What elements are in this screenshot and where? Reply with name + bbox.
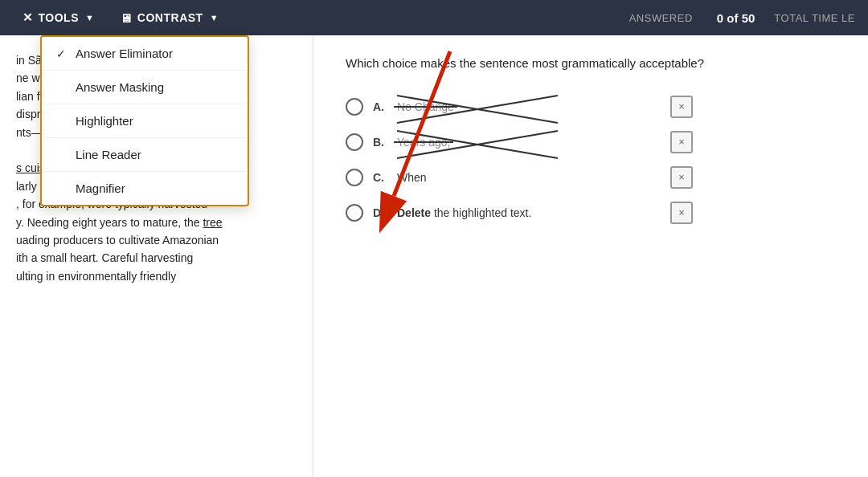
dropdown-item-label: Answer Masking [76, 80, 164, 94]
choice-text-d-rest: the highlighted text. [431, 206, 531, 219]
dropdown-item-answer-eliminator[interactable]: ✓ Answer Eliminator [42, 37, 248, 71]
question-text: Which choice makes the sentence most gra… [346, 55, 836, 73]
choice-text-b: Years ago, [397, 136, 450, 149]
radio-d[interactable] [346, 204, 363, 222]
choice-label-b: B. [373, 136, 387, 149]
choice-label-d: D. [373, 206, 387, 219]
nav-right: ANSWERED 0 of 50 TOTAL TIME LE [629, 11, 855, 25]
check-icon: ✓ [56, 47, 69, 60]
passage-line: ulting in environmentally friendly [16, 267, 297, 285]
tools-label: TOOLS [39, 11, 79, 24]
eliminate-button-d[interactable]: × [670, 202, 693, 224]
answer-choice-c: C. When × [346, 166, 836, 189]
dropdown-item-highlighter[interactable]: Highlighter [42, 104, 248, 138]
answered-value: 0 of 50 [717, 11, 755, 25]
choice-label-a: A. [373, 100, 387, 113]
dropdown-item-label: Answer Eliminator [76, 47, 173, 60]
choice-content-b: Years ago, [397, 136, 654, 149]
eliminate-button-b[interactable]: × [670, 131, 693, 153]
radio-c[interactable] [346, 169, 363, 186]
navbar: ✕ TOOLS ▼ 🖥 CONTRAST ▼ ANSWERED 0 of 50 … [0, 0, 868, 35]
dropdown-item-label: Magnifier [76, 181, 125, 195]
answered-label: ANSWERED [629, 12, 693, 24]
choice-content-c: When [397, 171, 654, 184]
question-panel: Which choice makes the sentence most gra… [313, 35, 868, 477]
radio-a[interactable] [346, 98, 363, 116]
tools-button[interactable]: ✕ TOOLS ▼ [13, 6, 104, 30]
dropdown-item-line-reader[interactable]: Line Reader [42, 138, 248, 172]
passage-line: y. Needing eight years to mature, the tr… [16, 214, 297, 231]
dropdown-item-answer-masking[interactable]: Answer Masking [42, 71, 248, 104]
choice-label-c: C. [373, 171, 387, 184]
eliminate-button-a[interactable]: × [670, 96, 693, 118]
contrast-button[interactable]: 🖥 CONTRAST ▼ [110, 6, 228, 30]
passage-line: ith a small heart. Careful harvesting [16, 249, 297, 267]
tools-arrow-icon: ▼ [85, 13, 94, 22]
choice-content-d: Delete the highlighted text. [397, 206, 654, 219]
dropdown-item-label: Line Reader [76, 148, 141, 161]
answer-choice-b: B. Years ago, × [346, 131, 836, 153]
choice-text-d-bold: Delete [397, 206, 431, 219]
answer-choices: A. No Change × B. [346, 96, 836, 224]
contrast-icon: 🖥 [120, 11, 133, 25]
eliminated-a: No Change [397, 100, 454, 113]
tools-dropdown: ✓ Answer Eliminator Answer Masking Highl… [40, 35, 249, 206]
answer-choice-a: A. No Change × [346, 96, 836, 118]
choice-text-a: No Change [397, 100, 454, 113]
dropdown-item-magnifier[interactable]: Magnifier [42, 172, 248, 205]
choice-content-a: No Change [397, 100, 654, 113]
contrast-arrow-icon: ▼ [210, 13, 219, 22]
eliminated-b: Years ago, [397, 136, 450, 149]
contrast-label: CONTRAST [137, 11, 203, 24]
underlined-word-2: tree [203, 216, 222, 229]
eliminate-button-c[interactable]: × [670, 166, 693, 189]
radio-b[interactable] [346, 133, 363, 151]
passage-line: uading producers to cultivate Amazonian [16, 231, 297, 249]
answer-choice-d: D. Delete the highlighted text. × [346, 202, 836, 224]
dropdown-item-label: Highlighter [76, 114, 133, 128]
total-time-label: TOTAL TIME LE [774, 12, 855, 24]
tools-icon: ✕ [23, 10, 34, 25]
choice-text-c: When [397, 171, 427, 184]
